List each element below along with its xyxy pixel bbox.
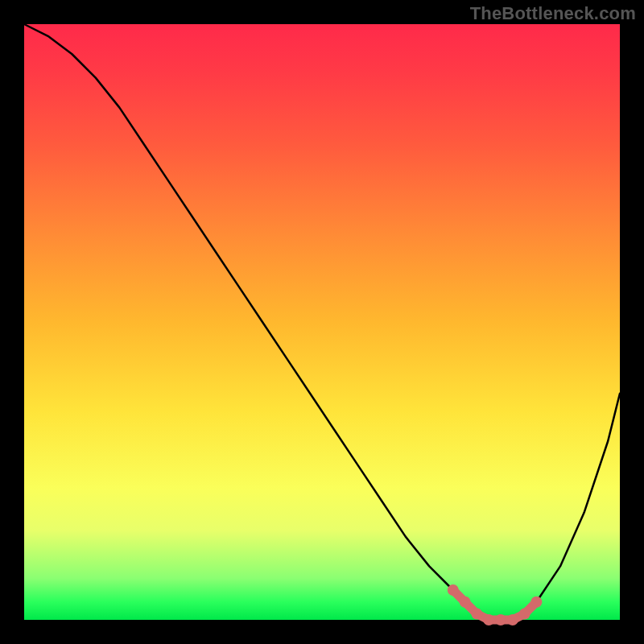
marker-dot — [471, 609, 482, 620]
watermark-label: TheBottleneck.com — [470, 3, 636, 24]
marker-dot — [530, 597, 542, 608]
optimal-range-markers — [448, 584, 543, 625]
bottleneck-curve — [24, 24, 620, 620]
chart-svg — [24, 24, 620, 620]
marker-dot — [460, 597, 471, 608]
marker-dot — [507, 614, 518, 625]
marker-dot — [483, 614, 494, 625]
chart-frame: TheBottleneck.com — [0, 0, 644, 644]
marker-dot — [519, 609, 530, 620]
marker-dot — [495, 614, 506, 625]
marker-dot — [448, 584, 459, 596]
